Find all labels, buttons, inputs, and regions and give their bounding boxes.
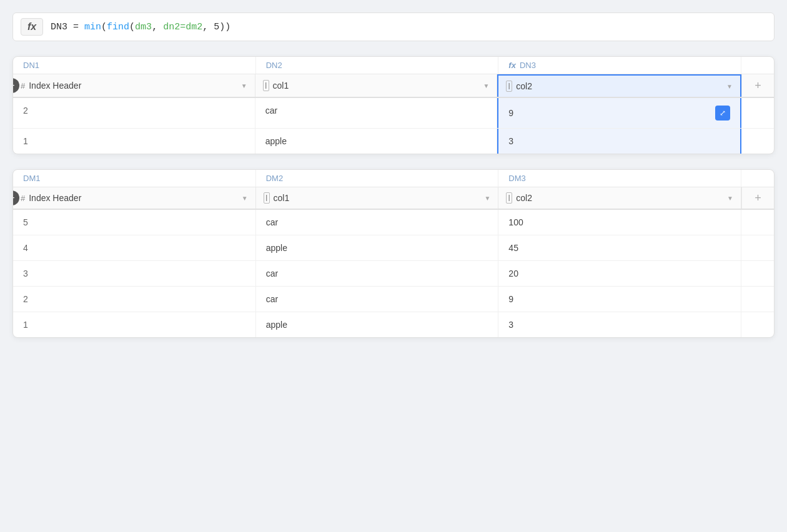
formula-param-dm3: dm3 [135, 22, 152, 32]
bottom-row2-col1: apple [256, 235, 499, 260]
formula-fn-min: min [84, 22, 101, 32]
col-group-dm2: DM2 [256, 170, 499, 187]
bottom-row4-col2: 9 [498, 287, 741, 312]
col-group-dn3-label: DN3 [520, 61, 536, 70]
col-group-dn1-label: DN1 [23, 61, 39, 70]
expand-icon[interactable]: ⤢ [715, 106, 730, 121]
bottom-th-index[interactable]: # Index Header ▼ [13, 187, 256, 209]
bottom-col2-icon: I [506, 192, 512, 204]
top-row1-add [741, 98, 774, 128]
top-row1-col2-value: 9 [508, 108, 513, 118]
top-th-index[interactable]: # Index Header ▼ [13, 74, 255, 97]
table-row: 3 car 20 [13, 261, 774, 287]
top-row1-col2[interactable]: 9 ⤢ [497, 98, 741, 128]
col-group-dn3-fx: fx [508, 61, 516, 70]
bottom-row3-index: 3 [13, 261, 256, 286]
table-row: 1 apple 3 [13, 129, 774, 154]
col-group-dm3-label: DM3 [508, 174, 525, 183]
bottom-th-col1-label: col1 [274, 193, 481, 203]
col2-icon: I [506, 81, 512, 92]
bottom-row5-col2: 3 [498, 312, 741, 337]
bottom-th-add[interactable]: + [741, 187, 774, 209]
col-group-dn3: fx DN3 [498, 57, 741, 74]
table-row: 2 car 9 ⤢ [13, 98, 774, 129]
bottom-row5-col1: apple [256, 312, 499, 337]
top-table: DN1 DN2 fx DN3 + # Index Header ▼ I col1 [12, 56, 775, 154]
col-group-dm1: DM1 [13, 170, 256, 187]
bottom-row2-index: 4 [13, 235, 256, 260]
bottom-row1-add [741, 210, 774, 235]
col-group-dm2-label: DM2 [266, 174, 283, 183]
page-wrapper: fx DN3 = min(find(dm3, dn2=dm2, 5)) DN1 … [12, 12, 775, 338]
bottom-index-icon: # [21, 194, 25, 203]
top-col-group-header: DN1 DN2 fx DN3 [13, 57, 774, 74]
top-th-index-dropdown[interactable]: ▼ [241, 82, 247, 89]
formula-bar: fx DN3 = min(find(dm3, dn2=dm2, 5)) [12, 12, 775, 41]
bottom-th-col1-dropdown[interactable]: ▼ [484, 195, 490, 202]
formula-param-dn2dm2: dn2=dm2 [163, 22, 202, 32]
col-group-dn1: DN1 [13, 57, 256, 74]
bottom-col-group-add [741, 170, 774, 187]
top-row2-add [741, 129, 774, 154]
top-th-col1[interactable]: I col1 ▼ [255, 74, 498, 97]
col-group-dm1-label: DM1 [23, 174, 40, 183]
table-row: 5 car 100 [13, 210, 774, 235]
bottom-row3-add [741, 261, 774, 286]
bottom-th-index-dropdown[interactable]: ▼ [242, 195, 248, 202]
top-table-header-row: + # Index Header ▼ I col1 ▼ I col2 ▼ + [13, 74, 774, 98]
top-th-col1-label: col1 [273, 81, 480, 91]
bottom-col1-icon: I [264, 192, 270, 204]
bottom-row4-col1: car [256, 287, 499, 312]
bottom-th-col2-label: col2 [516, 193, 723, 203]
bottom-table: DM1 DM2 DM3 + # Index Header ▼ I col1 ▼ [12, 169, 775, 338]
formula-text: DN3 = min(find(dm3, dn2=dm2, 5)) [51, 22, 230, 32]
bottom-row5-index: 1 [13, 312, 256, 337]
top-row2-col2: 3 [497, 129, 741, 154]
top-row2-col1: apple [255, 129, 498, 154]
top-th-add[interactable]: + [741, 74, 774, 97]
bottom-row1-index: 5 [13, 210, 256, 235]
bottom-th-col1[interactable]: I col1 ▼ [256, 187, 499, 209]
formula-fn-find: find [107, 22, 129, 32]
top-th-col2[interactable]: I col2 ▼ [497, 74, 741, 97]
formula-eq: = [73, 22, 84, 32]
top-row2-index: 1 [13, 129, 255, 154]
table-row: 1 apple 3 [13, 312, 774, 337]
top-row1-index: 2 [13, 98, 255, 128]
index-icon: # [21, 81, 25, 91]
top-th-index-label: Index Header [29, 81, 237, 91]
bottom-col-group-header: DM1 DM2 DM3 [13, 170, 774, 187]
bottom-row1-col1: car [256, 210, 499, 235]
bottom-row2-add [741, 235, 774, 260]
col-group-add [741, 57, 774, 74]
formula-var-dn3: DN3 [51, 22, 67, 32]
bottom-th-col2-dropdown[interactable]: ▼ [727, 195, 733, 202]
top-th-col1-dropdown[interactable]: ▼ [483, 82, 489, 89]
col-group-dm3: DM3 [498, 170, 741, 187]
fx-badge: fx [21, 18, 43, 36]
top-row1-col1: car [255, 98, 498, 128]
bottom-row1-col2: 100 [498, 210, 741, 235]
bottom-th-col2[interactable]: I col2 ▼ [498, 187, 741, 209]
bottom-row3-col1: car [256, 261, 499, 286]
top-row1-col2-wrapper: 9 ⤢ [508, 106, 730, 121]
bottom-row4-add [741, 287, 774, 312]
bottom-th-index-label: Index Header [29, 193, 238, 203]
col1-icon: I [263, 80, 269, 91]
col-group-dn2: DN2 [256, 57, 499, 74]
table-row: 2 car 9 [13, 287, 774, 312]
bottom-row2-col2: 45 [498, 235, 741, 260]
bottom-table-header-row: + # Index Header ▼ I col1 ▼ I col2 ▼ + [13, 187, 774, 210]
fx-icon: fx [27, 21, 36, 32]
top-th-col2-label: col2 [516, 81, 723, 91]
formula-param-5: 5 [214, 22, 219, 32]
col-group-dn2-label: DN2 [266, 61, 282, 70]
bottom-row5-add [741, 312, 774, 337]
bottom-row3-col2: 20 [498, 261, 741, 286]
bottom-row4-index: 2 [13, 287, 256, 312]
table-row: 4 apple 45 [13, 235, 774, 261]
top-th-col2-dropdown[interactable]: ▼ [726, 83, 733, 90]
